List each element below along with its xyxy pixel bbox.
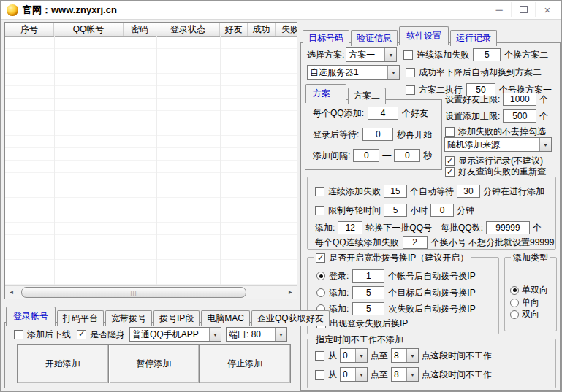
add-type-double-radio[interactable] bbox=[510, 310, 519, 319]
fail-wait-checkbox[interactable] bbox=[315, 187, 324, 196]
friend-limit-input[interactable] bbox=[503, 93, 536, 106]
round-limit-hours-input[interactable] bbox=[384, 204, 407, 217]
tab-verify-info[interactable]: 验证信息 bbox=[351, 30, 398, 46]
fail-switch-plan2-suffix: 个换方案二 bbox=[504, 49, 548, 61]
scroll-left-icon: ◄ bbox=[9, 289, 15, 296]
interval-max-input[interactable] bbox=[394, 149, 420, 162]
close-icon: × bbox=[544, 4, 551, 16]
wait-after-login-label: 登录后等待: bbox=[313, 128, 359, 141]
tab-dial-ip-range[interactable]: 拨号IP段 bbox=[153, 310, 200, 326]
tab-broadband-dial[interactable]: 宽带拨号 bbox=[105, 310, 152, 326]
login-app-dropdown[interactable]: 普通QQ手机APP ▼ bbox=[129, 327, 221, 342]
table-body-empty[interactable] bbox=[5, 36, 297, 286]
check-icon: ✓ bbox=[78, 330, 85, 338]
tab-software-settings[interactable]: 软件设置 bbox=[399, 26, 449, 45]
horizontal-scrollbar[interactable]: ◄ ||| ► bbox=[5, 285, 297, 299]
fail-wait-minutes-input[interactable] bbox=[457, 185, 480, 198]
column-header-success[interactable]: 成功 bbox=[248, 23, 276, 36]
redial-target-input[interactable] bbox=[352, 286, 384, 299]
add-type-double-label: 双向 bbox=[522, 308, 539, 320]
scrollbar-thumb[interactable]: ||| bbox=[21, 287, 246, 298]
dropdown-arrow-icon[interactable]: ▼ bbox=[209, 328, 221, 341]
schedule1-checkbox[interactable] bbox=[315, 351, 324, 361]
redial-enable-checkbox[interactable]: ✓ bbox=[316, 253, 325, 263]
schedule2-checkbox[interactable] bbox=[315, 370, 324, 380]
schedule1-from-dropdown[interactable]: 0 ▼ bbox=[340, 348, 368, 363]
round-limit-checkbox[interactable] bbox=[315, 206, 324, 215]
column-header-index[interactable]: 序号 bbox=[5, 23, 54, 36]
add-per-qq-input[interactable] bbox=[368, 107, 398, 120]
schedule2-to-dropdown[interactable]: 8 ▼ bbox=[391, 367, 419, 382]
column-header-login-status[interactable]: 登录状态 bbox=[156, 23, 220, 36]
round-limit-mid-label: 小时 bbox=[410, 204, 428, 217]
dropdown-arrow-icon[interactable]: ▼ bbox=[355, 349, 367, 362]
schedule2-prefix: 从 bbox=[328, 369, 337, 381]
success-drop-switch-checkbox[interactable] bbox=[406, 68, 415, 77]
software-settings-page: 选择方案: 方案一 ▼ 连续添加失败 个换方案二 自选服务器1 ▼ 成功率下降后… bbox=[300, 42, 561, 391]
scroll-right-button[interactable]: ► bbox=[284, 287, 297, 299]
invisible-checkbox[interactable]: ✓ bbox=[77, 330, 86, 339]
add-source-dropdown[interactable]: 随机添加来源 ▼ bbox=[444, 137, 552, 152]
add-type-both-radio[interactable] bbox=[510, 286, 519, 295]
check-icon: ✓ bbox=[447, 157, 453, 165]
keep-failed-checkbox[interactable] bbox=[445, 127, 455, 137]
tab-target-numbers[interactable]: 目标号码 bbox=[303, 30, 349, 46]
batch-size-input[interactable] bbox=[486, 221, 530, 234]
column-header-password[interactable]: 密码 bbox=[124, 23, 156, 36]
pause-add-button[interactable]: 暂停添加 bbox=[108, 344, 200, 383]
redial-fail-input[interactable] bbox=[352, 302, 384, 315]
schedule2-from-dropdown[interactable]: 0 ▼ bbox=[340, 367, 368, 382]
start-add-button[interactable]: 开始添加 bbox=[17, 344, 109, 383]
table-header: 序号 QQ帐号 密码 登录状态 好友 成功 失败 bbox=[5, 23, 297, 37]
dropdown-arrow-icon[interactable]: ▼ bbox=[406, 349, 418, 362]
add-type-single-radio[interactable] bbox=[510, 299, 519, 307]
friend-limit-row: 设置好友上限: 个 bbox=[445, 93, 548, 106]
dropdown-arrow-icon[interactable]: ▼ bbox=[539, 138, 551, 151]
requery-checkbox[interactable]: ✓ bbox=[445, 167, 455, 177]
add-limit-input[interactable] bbox=[503, 109, 536, 123]
dropdown-arrow-icon[interactable]: ▼ bbox=[406, 368, 418, 381]
dropdown-arrow-icon[interactable]: ▼ bbox=[275, 328, 286, 341]
fail-switch-plan2-input[interactable] bbox=[473, 48, 501, 61]
redial-login-radio[interactable] bbox=[316, 272, 325, 280]
login-options-row: 添加后下线 ✓ 是否隐身 普通QQ手机APP ▼ 端口: 80 ▼ bbox=[14, 327, 287, 342]
login-accounts-page: 添加后下线 ✓ 是否隐身 普通QQ手机APP ▼ 端口: 80 ▼ 开始添加 暂… bbox=[4, 322, 297, 388]
close-button[interactable]: × bbox=[535, 2, 559, 17]
plan2-exec-checkbox[interactable] bbox=[406, 85, 415, 95]
thumb-grip-icon: ||| bbox=[130, 290, 137, 296]
tab-captcha-platform[interactable]: 打码平台 bbox=[57, 310, 104, 326]
tab-enterprise-qq[interactable]: 企业QQ获取好友 bbox=[251, 310, 330, 326]
column-header-qq[interactable]: QQ帐号 bbox=[54, 23, 124, 36]
dropdown-arrow-icon[interactable]: ▼ bbox=[384, 48, 396, 61]
tab-plan-two[interactable]: 方案二 bbox=[348, 88, 386, 104]
dropdown-arrow-icon[interactable]: ▼ bbox=[355, 368, 367, 381]
column-header-fail[interactable]: 失败 bbox=[276, 23, 297, 36]
maximize-button[interactable] bbox=[511, 2, 535, 17]
column-header-friends[interactable]: 好友 bbox=[220, 23, 248, 36]
redial-target-radio[interactable] bbox=[316, 288, 325, 297]
fail-switch-plan2-checkbox[interactable] bbox=[403, 50, 413, 60]
minimize-button[interactable]: ─ bbox=[487, 2, 511, 17]
port-dropdown[interactable]: 端口: 80 ▼ bbox=[226, 327, 287, 342]
rotate-rounds-input[interactable] bbox=[338, 221, 362, 234]
scroll-left-button[interactable]: ◄ bbox=[5, 287, 18, 299]
server-dropdown[interactable]: 自选服务器1 ▼ bbox=[307, 65, 400, 80]
stop-add-button[interactable]: 停止添加 bbox=[199, 344, 291, 383]
schedule1-to-dropdown[interactable]: 8 ▼ bbox=[391, 348, 419, 363]
schedule-groupbox: 指定时间不工作不添加 从 0 ▼ 点至 8 ▼ 点这段时间不工作 从 bbox=[307, 339, 556, 388]
offline-after-add-checkbox[interactable] bbox=[14, 330, 23, 339]
switch-fail-suffix: 个换小号 不想分批就设置99999 bbox=[431, 237, 555, 249]
redial-login-input[interactable] bbox=[352, 269, 384, 283]
tab-plan-one[interactable]: 方案一 bbox=[305, 84, 346, 103]
tab-run-log[interactable]: 运行记录 bbox=[450, 30, 497, 46]
plan-dropdown[interactable]: 方案一 ▼ bbox=[346, 47, 397, 62]
tab-login-accounts[interactable]: 登录帐号 bbox=[6, 307, 56, 326]
interval-min-input[interactable] bbox=[353, 149, 379, 162]
wait-after-login-input[interactable] bbox=[362, 128, 393, 141]
round-limit-minutes-input[interactable] bbox=[430, 204, 454, 217]
dropdown-arrow-icon[interactable]: ▼ bbox=[387, 66, 399, 79]
show-log-checkbox[interactable]: ✓ bbox=[445, 156, 455, 166]
tab-computer-mac[interactable]: 电脑MAC bbox=[201, 310, 250, 326]
fail-wait-count-input[interactable] bbox=[384, 185, 407, 198]
switch-fail-input[interactable] bbox=[403, 236, 428, 249]
